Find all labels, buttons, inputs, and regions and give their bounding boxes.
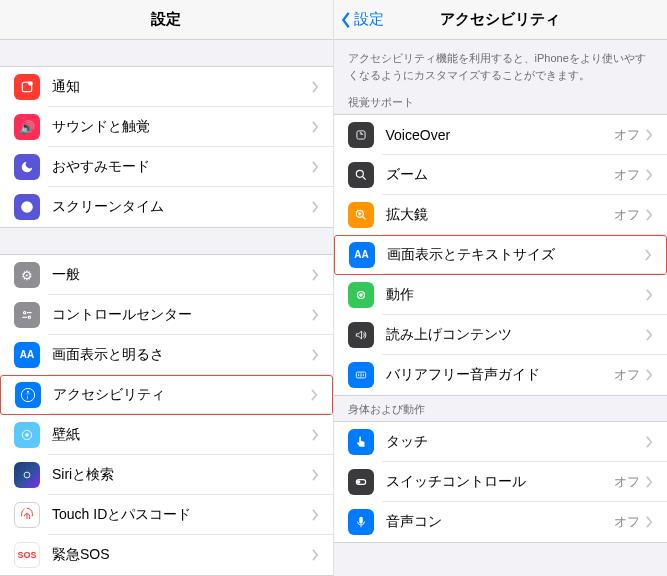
magnifier-icon — [348, 202, 374, 228]
row-spoken[interactable]: 読み上げコンテンツ — [334, 315, 668, 355]
row-display-text[interactable]: AA 画面表示とテキストサイズ — [334, 235, 668, 275]
content: 通知 🔊 サウンドと触覚 おやすみモード スクリーンタイム ⚙ — [0, 40, 333, 576]
visual-support-group: VoiceOver オフ ズーム オフ 拡大鏡 オフ AA 画面表示とテキストサ… — [334, 114, 668, 396]
switch-icon — [348, 469, 374, 495]
motion-icon — [348, 282, 374, 308]
svg-point-10 — [24, 472, 30, 478]
row-touchid[interactable]: Touch IDとパスコード — [0, 495, 333, 535]
svg-point-22 — [357, 481, 359, 483]
chevron-right-icon — [645, 249, 652, 261]
chevron-right-icon — [311, 389, 318, 401]
svg-line-13 — [362, 177, 365, 180]
chevron-right-icon — [312, 469, 319, 481]
back-button[interactable]: 設定 — [340, 10, 384, 29]
chevron-right-icon — [646, 129, 653, 141]
wallpaper-icon — [14, 422, 40, 448]
row-siri[interactable]: Siriと検索 — [0, 455, 333, 495]
touchid-icon — [14, 502, 40, 528]
status-text: オフ — [614, 166, 640, 184]
sounds-icon: 🔊 — [14, 114, 40, 140]
section-header-physical: 身体および動作 — [334, 396, 668, 421]
info-text: アクセシビリティ機能を利用すると、iPhoneをより使いやすくなるようにカスタマ… — [334, 40, 668, 89]
voiceover-icon — [348, 122, 374, 148]
status-text: オフ — [614, 513, 640, 531]
chevron-right-icon — [646, 516, 653, 528]
audio-desc-icon — [348, 362, 374, 388]
row-dnd[interactable]: おやすみモード — [0, 147, 333, 187]
control-center-icon — [14, 302, 40, 328]
chevron-right-icon — [312, 269, 319, 281]
display-text-icon: AA — [349, 242, 375, 268]
accessibility-screen: 設定 アクセシビリティ アクセシビリティ機能を利用すると、iPhoneをより使い… — [334, 0, 668, 576]
chevron-left-icon — [340, 11, 352, 29]
chevron-right-icon — [312, 201, 319, 213]
content: アクセシビリティ機能を利用すると、iPhoneをより使いやすくなるようにカスタマ… — [334, 40, 668, 576]
dnd-icon — [14, 154, 40, 180]
svg-point-1 — [28, 81, 33, 86]
spoken-icon — [348, 322, 374, 348]
chevron-right-icon — [646, 329, 653, 341]
display-icon: AA — [14, 342, 40, 368]
chevron-right-icon — [312, 121, 319, 133]
status-text: オフ — [614, 473, 640, 491]
chevron-right-icon — [312, 349, 319, 361]
row-wallpaper[interactable]: 壁紙 — [0, 415, 333, 455]
status-text: オフ — [614, 126, 640, 144]
settings-screen: 設定 通知 🔊 サウンドと触覚 おやすみモード スクリーンタイム — [0, 0, 334, 576]
chevron-right-icon — [646, 289, 653, 301]
row-magnifier[interactable]: 拡大鏡 オフ — [334, 195, 668, 235]
svg-rect-11 — [356, 131, 364, 139]
chevron-right-icon — [646, 209, 653, 221]
general-icon: ⚙ — [14, 262, 40, 288]
chevron-right-icon — [646, 169, 653, 181]
svg-point-2 — [24, 312, 26, 314]
chevron-right-icon — [312, 81, 319, 93]
row-notifications[interactable]: 通知 — [0, 67, 333, 107]
status-text: オフ — [614, 206, 640, 224]
svg-point-19 — [359, 294, 361, 296]
status-text: オフ — [614, 366, 640, 384]
row-sounds[interactable]: 🔊 サウンドと触覚 — [0, 107, 333, 147]
touch-icon — [348, 429, 374, 455]
row-voice-control[interactable]: 音声コン オフ — [334, 502, 668, 542]
settings-group-2: ⚙ 一般 コントロールセンター AA 画面表示と明るさ アクセシビリティ — [0, 254, 333, 576]
sos-icon: SOS — [14, 542, 40, 568]
svg-rect-23 — [359, 517, 363, 524]
chevron-right-icon — [646, 476, 653, 488]
svg-line-15 — [362, 217, 365, 220]
accessibility-icon — [15, 382, 41, 408]
screentime-icon — [14, 194, 40, 220]
header: 設定 アクセシビリティ — [334, 0, 668, 40]
row-audio-desc[interactable]: バリアフリー音声ガイド オフ — [334, 355, 668, 395]
row-display[interactable]: AA 画面表示と明るさ — [0, 335, 333, 375]
row-accessibility[interactable]: アクセシビリティ — [0, 375, 333, 415]
svg-point-12 — [356, 170, 363, 177]
row-voiceover[interactable]: VoiceOver オフ — [334, 115, 668, 155]
row-sos[interactable]: SOS 緊急SOS — [0, 535, 333, 575]
physical-group: タッチ スイッチコントロール オフ 音声コン オフ — [334, 421, 668, 543]
chevron-right-icon — [646, 369, 653, 381]
svg-point-4 — [28, 316, 30, 318]
row-motion[interactable]: 動作 — [334, 275, 668, 315]
header: 設定 — [0, 0, 333, 40]
row-control-center[interactable]: コントロールセンター — [0, 295, 333, 335]
page-title: アクセシビリティ — [440, 10, 560, 29]
row-screentime[interactable]: スクリーンタイム — [0, 187, 333, 227]
row-zoom[interactable]: ズーム オフ — [334, 155, 668, 195]
chevron-right-icon — [312, 549, 319, 561]
notifications-icon — [14, 74, 40, 100]
svg-point-7 — [27, 391, 29, 393]
section-header-visual: 視覚サポート — [334, 89, 668, 114]
svg-point-9 — [25, 433, 29, 437]
row-touch[interactable]: タッチ — [334, 422, 668, 462]
settings-group-1: 通知 🔊 サウンドと触覚 おやすみモード スクリーンタイム — [0, 66, 333, 228]
chevron-right-icon — [312, 309, 319, 321]
chevron-right-icon — [646, 436, 653, 448]
row-switch[interactable]: スイッチコントロール オフ — [334, 462, 668, 502]
chevron-right-icon — [312, 429, 319, 441]
voice-control-icon — [348, 509, 374, 535]
row-general[interactable]: ⚙ 一般 — [0, 255, 333, 295]
chevron-right-icon — [312, 509, 319, 521]
chevron-right-icon — [312, 161, 319, 173]
zoom-icon — [348, 162, 374, 188]
